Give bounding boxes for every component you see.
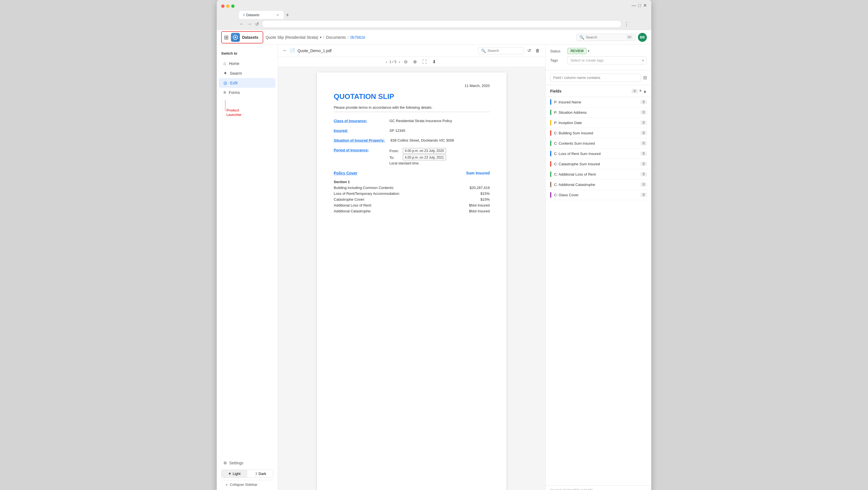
settings-icon: ⚙ bbox=[223, 461, 227, 465]
new-tab-button[interactable]: + bbox=[284, 12, 291, 19]
section-sum: Sum Insured bbox=[466, 171, 490, 175]
forms-icon: ≡ bbox=[223, 90, 226, 95]
download-button[interactable]: ⬇ bbox=[431, 59, 438, 65]
filter-button[interactable]: ⊟ bbox=[643, 75, 647, 80]
doc-content: 11 March, 2020 QUOTATION SLIP Please pro… bbox=[278, 67, 546, 490]
cover-row: Catastrophe Cover:$15% bbox=[334, 197, 490, 202]
browser-more-menu[interactable]: ⋮ bbox=[624, 21, 629, 27]
field-label-class: Class of Insurance: bbox=[334, 119, 384, 123]
field-color-bar bbox=[550, 151, 551, 156]
minimize-btn[interactable] bbox=[226, 4, 229, 8]
section-title: Policy Cover bbox=[334, 171, 358, 175]
sidebar-item-forms[interactable]: ≡ Forms bbox=[219, 88, 276, 97]
field-label-period: Period of Insurance: bbox=[334, 148, 384, 165]
doc-pagination: ‹ 1 / 5 › ⊖ ⊕ ⛶ ⬇ bbox=[278, 57, 546, 67]
reload-button[interactable]: ↺ bbox=[255, 21, 259, 27]
window-minimize[interactable]: — bbox=[631, 3, 636, 8]
tab-close[interactable]: ✕ bbox=[276, 13, 279, 17]
window-close[interactable]: ✕ bbox=[643, 3, 647, 8]
breadcrumb-section: Documents bbox=[326, 35, 346, 39]
field-item[interactable]: C: Additional Loss of Rent 0 bbox=[546, 169, 651, 179]
breadcrumb-dropdown[interactable]: ▾ bbox=[320, 35, 321, 39]
sidebar-item-swarm[interactable]: ✦ Swarm bbox=[219, 68, 276, 78]
page-info: 1 / 5 bbox=[390, 60, 396, 64]
doc-search-input[interactable] bbox=[488, 49, 521, 53]
fields-collapse-button[interactable]: ▲ bbox=[643, 89, 647, 93]
url-bar[interactable] bbox=[261, 20, 622, 28]
settings-label: Settings bbox=[229, 461, 244, 465]
status-dropdown-button[interactable]: ▾ bbox=[588, 49, 589, 53]
fields-title: Fields bbox=[550, 89, 561, 93]
status-badge: REVIEW bbox=[567, 48, 587, 54]
cover-row: Loss of Rent/Temporary Accommodation:$15… bbox=[334, 192, 490, 196]
doc-back-button[interactable]: ← bbox=[282, 48, 287, 54]
field-items-list: P: Insured Name 0 P: Situation Address 0… bbox=[546, 97, 651, 200]
home-label: Home bbox=[229, 61, 239, 66]
search-input[interactable] bbox=[586, 35, 625, 39]
field-name: C: Loss of Rent Sum Insured bbox=[554, 152, 638, 156]
pdf-subtitle: Please provide terms in accordance with … bbox=[334, 105, 490, 112]
doc-search[interactable]: 🔍 bbox=[478, 47, 524, 54]
sidebar-brand[interactable]: ⊞ Datasets bbox=[221, 31, 263, 44]
grid-icon[interactable]: ⊞ bbox=[224, 34, 229, 41]
field-color-bar bbox=[550, 120, 551, 125]
window-restore[interactable]: □ bbox=[638, 3, 641, 8]
traffic-lights bbox=[221, 4, 235, 8]
swarm-icon: ✦ bbox=[223, 70, 227, 76]
field-color-bar bbox=[550, 110, 551, 115]
back-button[interactable]: ← bbox=[239, 21, 245, 27]
sidebar-item-exfil[interactable]: ◎ Exfil bbox=[219, 78, 276, 88]
status-label: Status bbox=[550, 49, 564, 53]
zoom-out-button[interactable]: ⊖ bbox=[402, 59, 409, 65]
field-color-bar bbox=[550, 182, 551, 187]
created-date: Created: 22 Oct 2024, 4:24 AM bbox=[550, 488, 647, 490]
dark-theme-button[interactable]: ☽ Dark bbox=[247, 470, 273, 478]
user-avatar[interactable]: BB bbox=[638, 33, 647, 42]
period-from-value: 4.00 p.m. on 23 July, 2020 bbox=[403, 148, 446, 153]
tab-logo: I bbox=[244, 13, 245, 17]
forward-button[interactable]: → bbox=[247, 21, 252, 27]
cover-row: Section 1 bbox=[334, 180, 490, 184]
doc-delete-button[interactable]: 🗑 bbox=[534, 47, 541, 54]
field-value-class: GC Residential Strata Insurance Policy bbox=[390, 119, 452, 123]
cover-row: Building including Common Contents:$20,2… bbox=[334, 185, 490, 190]
breadcrumb-sep1: / bbox=[323, 35, 324, 39]
field-item[interactable]: P: Situation Address 0 bbox=[546, 107, 651, 118]
light-theme-button[interactable]: ☀ Light bbox=[221, 470, 247, 478]
switch-to-label: Switch to bbox=[217, 49, 278, 59]
fields-count: 0 bbox=[631, 89, 638, 93]
field-name: C: Building Sum Insured bbox=[554, 131, 638, 135]
field-item[interactable]: C: Contents Sum Insured 0 bbox=[546, 138, 651, 149]
settings-item[interactable]: ⚙ Settings bbox=[221, 459, 273, 467]
close-btn[interactable] bbox=[221, 4, 224, 8]
field-item[interactable]: C: Additional Catastrophe 0 bbox=[546, 179, 651, 190]
collapse-sidebar[interactable]: « Collapse Sidebar bbox=[221, 480, 273, 489]
cover-rows: Section 1Building including Common Conte… bbox=[334, 180, 490, 213]
maximize-btn[interactable] bbox=[231, 4, 235, 8]
prev-page-button[interactable]: ‹ bbox=[386, 60, 387, 64]
field-item[interactable]: C: Glass Cover 0 bbox=[546, 190, 651, 200]
field-item[interactable]: C: Building Sum Insured 0 bbox=[546, 128, 651, 138]
period-to-label: To: bbox=[390, 155, 401, 160]
sidebar-bottom: ⚙ Settings ☀ Light ☽ Dark bbox=[217, 454, 278, 490]
next-page-button[interactable]: › bbox=[399, 60, 400, 64]
field-item[interactable]: P: Inception Date 0 bbox=[546, 118, 651, 128]
field-item[interactable]: P: Insured Name 0 bbox=[546, 97, 651, 107]
tags-input[interactable]: Select or create tags ▾ bbox=[567, 56, 647, 64]
browser-tab[interactable]: I Datasets ✕ bbox=[239, 11, 284, 19]
global-search[interactable]: 🔍 ⌘/ bbox=[576, 34, 636, 41]
doc-refresh-button[interactable]: ↺ bbox=[526, 47, 532, 54]
field-count: 0 bbox=[641, 131, 647, 135]
field-name: C: Glass Cover bbox=[554, 193, 638, 197]
fullscreen-button[interactable]: ⛶ bbox=[421, 59, 428, 65]
field-item[interactable]: C: Catastrophe Sum Insured 0 bbox=[546, 159, 651, 169]
filter-input[interactable] bbox=[550, 74, 641, 82]
pdf-section-header: Policy Cover Sum Insured bbox=[334, 171, 490, 176]
sidebar-item-home[interactable]: ⌂ Home bbox=[219, 59, 276, 68]
pdf-field-situation: Situation of Insured Property: 838 Colli… bbox=[334, 138, 490, 142]
field-count: 0 bbox=[641, 193, 647, 197]
fields-add-button[interactable]: + bbox=[638, 88, 643, 94]
field-count: 0 bbox=[641, 151, 647, 156]
zoom-in-button[interactable]: ⊕ bbox=[411, 59, 418, 65]
field-item[interactable]: C: Loss of Rent Sum Insured 0 bbox=[546, 149, 651, 159]
